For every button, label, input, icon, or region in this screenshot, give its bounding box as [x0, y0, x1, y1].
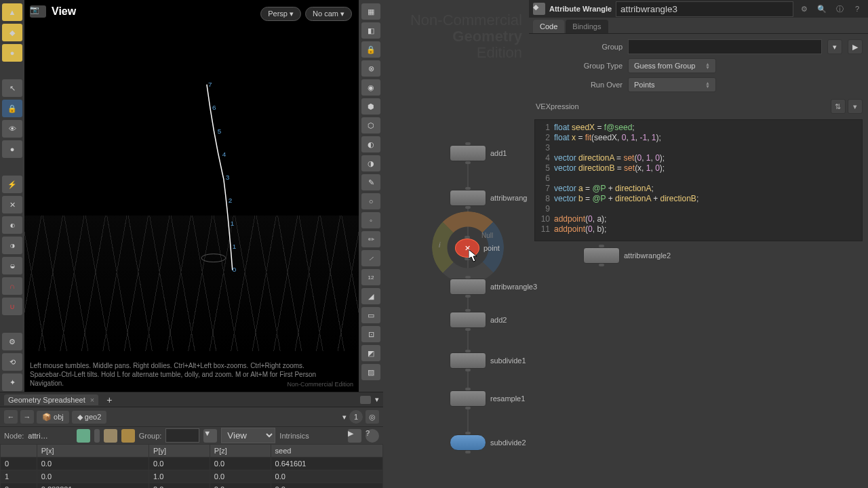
rtool-4[interactable]: ◉: [361, 79, 380, 96]
node-attribwrang[interactable]: attribwrang: [450, 190, 527, 206]
rtool-17[interactable]: ⊡: [361, 326, 380, 342]
node-name-input[interactable]: [616, 1, 793, 17]
tool-a[interactable]: ◐: [2, 216, 22, 234]
tool-b[interactable]: ◑: [2, 237, 22, 254]
persp-dropdown[interactable]: Persp ▾: [260, 7, 301, 21]
rtool-10[interactable]: ○: [361, 193, 380, 209]
right-toolbar: ▦ ◧ 🔒 ⊗ ◉ ⬢ ⬡ ◐ ◑ ✎ ○ ◦ ✏ ⟋ 12 ◢ ▭ ⊡ ◩ ▨: [359, 0, 383, 392]
tool-c[interactable]: ◒: [2, 257, 22, 274]
tool-select[interactable]: ◆: [2, 24, 22, 41]
ss-menu-button[interactable]: [360, 396, 371, 404]
rtool-11[interactable]: ◦: [361, 212, 380, 228]
node-add1[interactable]: add1: [450, 145, 507, 161]
filter-funnel[interactable]: ▼: [203, 429, 217, 443]
tool-bolt[interactable]: ⚡: [2, 176, 22, 193]
play-button[interactable]: ▶: [348, 429, 361, 443]
path-obj[interactable]: 📦 obj: [37, 411, 69, 424]
svg-text:1: 1: [233, 243, 237, 250]
node-attribwrangle2[interactable]: attribwrangle2: [583, 247, 671, 264]
path-dropdown[interactable]: ▾: [342, 413, 347, 422]
tool-gear2[interactable]: ⟲: [2, 353, 22, 371]
rtool-7[interactable]: ◐: [361, 136, 380, 152]
tool-brush[interactable]: ●: [2, 44, 22, 62]
help-button[interactable]: ?: [366, 429, 379, 443]
vex-menu-button[interactable]: ▾: [848, 99, 863, 114]
node-subdivide2[interactable]: subdivide2: [450, 434, 526, 451]
path-geo[interactable]: ◆ geo2: [72, 411, 107, 424]
camera-icon: 📷: [30, 5, 46, 18]
path-target-button[interactable]: ◎: [366, 410, 379, 424]
node-resample1[interactable]: resample1: [450, 390, 525, 407]
tool-light[interactable]: ●: [2, 140, 22, 158]
group-param-label: Group: [534, 43, 623, 51]
filter-btn-1[interactable]: [77, 429, 90, 443]
group-param-input[interactable]: [628, 39, 822, 54]
intrinsics-label[interactable]: Intrinsics: [279, 432, 309, 440]
tool-arrow[interactable]: ▲: [2, 3, 22, 21]
spreadsheet-table[interactable]: P[x]P[y]P[z]seed 00.00.00.00.64160110.01…: [0, 444, 383, 488]
rtool-9[interactable]: ✎: [361, 174, 380, 190]
nav-fwd-button[interactable]: →: [20, 410, 34, 424]
rtool-15[interactable]: ◢: [361, 288, 380, 304]
vex-code-editor[interactable]: 1float seedX = f@seed;2float x = fit(see…: [534, 119, 863, 241]
svg-text:3: 3: [226, 174, 230, 181]
info-icon[interactable]: i: [439, 241, 440, 249]
rtool-5[interactable]: ⬢: [361, 98, 380, 115]
tool-fan[interactable]: ✦: [2, 373, 22, 391]
tool-x[interactable]: ✕: [2, 196, 22, 214]
filter-btn-4[interactable]: [121, 429, 135, 443]
ss-dropdown-button[interactable]: ▾: [375, 395, 379, 404]
tool-view[interactable]: 👁: [2, 120, 22, 138]
nav-back-button[interactable]: ←: [4, 410, 18, 424]
search-icon[interactable]: 🔍: [815, 2, 829, 16]
rtool-16[interactable]: ▭: [361, 307, 380, 323]
svg-text:7: 7: [208, 81, 212, 88]
rtool-2[interactable]: ◧: [361, 22, 380, 39]
node-add2[interactable]: add2: [450, 312, 507, 328]
tool-pointer[interactable]: ↖: [2, 79, 22, 97]
help-icon[interactable]: ?: [850, 2, 864, 16]
info-icon[interactable]: ⓘ: [833, 2, 846, 16]
grouptype-select[interactable]: Guess from Group▲▼: [628, 58, 716, 73]
gear-icon[interactable]: ⚙: [797, 2, 811, 16]
vex-expand-button[interactable]: ⇅: [831, 99, 846, 114]
viewport-3d[interactable]: 7 6 5 4 3 2 1 1 0 📷 View: [24, 0, 359, 392]
tool-gear1[interactable]: ⚙: [2, 333, 22, 350]
rtool-12[interactable]: ✏: [361, 231, 380, 247]
node-value: attri…: [28, 432, 47, 440]
add-tab-button[interactable]: +: [102, 394, 116, 405]
path-num-button[interactable]: 1: [349, 410, 363, 424]
runover-select[interactable]: Points▲▼: [628, 77, 716, 92]
tab-code[interactable]: Code: [533, 20, 564, 33]
node-type-icon: ◆: [533, 3, 545, 15]
rtool-13[interactable]: ⟋: [361, 250, 380, 266]
rtool-14[interactable]: 12: [361, 269, 380, 285]
node-subdivide1[interactable]: subdivide1: [450, 352, 526, 369]
group-dropdown-button[interactable]: ▾: [827, 39, 842, 54]
tool-magnet[interactable]: ∩: [2, 277, 22, 295]
rtool-6[interactable]: ⬡: [361, 117, 380, 134]
svg-text:5: 5: [218, 127, 222, 135]
group-select-button[interactable]: ▶: [848, 39, 863, 54]
node-label: Node:: [4, 432, 24, 440]
rtool-19[interactable]: ▨: [361, 364, 380, 380]
tab-bindings[interactable]: Bindings: [566, 20, 608, 33]
filter-btn-3[interactable]: [104, 429, 117, 443]
tool-magnet2[interactable]: ∪: [2, 298, 22, 315]
svg-point-9: [201, 254, 226, 262]
tool-lock[interactable]: 🔒: [2, 100, 22, 117]
camera-dropdown[interactable]: No cam ▾: [305, 7, 352, 21]
node-attribwrangle3[interactable]: attribwrangle3: [450, 279, 537, 295]
rtool-18[interactable]: ◩: [361, 345, 380, 361]
left-toolbar: ▲ ◆ ● ↖ 🔒 👁 ● ⚡ ✕ ◐ ◑ ◒ ∩ ∪ ⚙ ⟲ ✦: [0, 0, 24, 392]
rtool-8[interactable]: ◑: [361, 155, 380, 171]
runover-label: Run Over: [534, 81, 623, 89]
spreadsheet-tab[interactable]: Geometry Spreadsheet ×: [4, 394, 98, 405]
view-select[interactable]: View: [221, 428, 275, 443]
rtool-1[interactable]: ▦: [361, 3, 380, 20]
filter-btn-2[interactable]: [94, 429, 100, 443]
rtool-lock[interactable]: 🔒: [361, 41, 380, 58]
group-input[interactable]: [165, 428, 199, 443]
rtool-3[interactable]: ⊗: [361, 60, 380, 77]
viewport-hint: Left mouse tumbles. Middle pans. Right d…: [30, 361, 321, 388]
